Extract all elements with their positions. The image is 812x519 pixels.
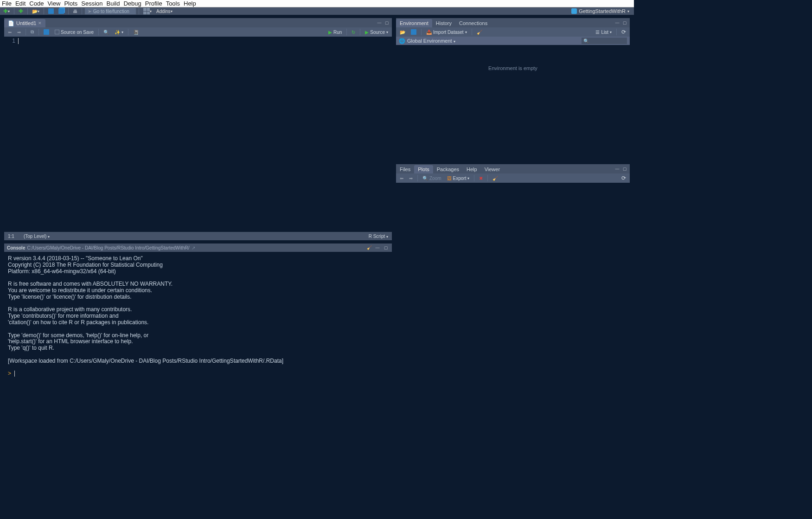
import-dataset-button[interactable]: 📥Import Dataset ▾ — [424, 28, 469, 36]
addins-button[interactable]: Addins ▾ — [155, 7, 174, 15]
print-button[interactable]: 🖶 — [71, 7, 79, 15]
menu-file[interactable]: File — [0, 0, 13, 7]
minimize-pane-icon[interactable]: — — [376, 20, 383, 25]
popout-icon: ⧉ — [31, 29, 34, 35]
scope-dropdown[interactable]: (Top Level) ▾ — [24, 234, 50, 239]
menu-code[interactable]: Code — [27, 0, 45, 7]
plots-pane: Files Plots Packages Help Viewer — ▢ ⬅ ➡… — [396, 164, 630, 404]
pane-layout-button[interactable]: ▾ — [142, 7, 153, 15]
run-button[interactable]: ▶Run — [326, 28, 344, 36]
env-tabbar: Environment History Connections — ▢ — [396, 18, 630, 27]
menu-view[interactable]: View — [45, 0, 62, 7]
console-path-arrow-icon[interactable]: ↗ — [192, 245, 195, 250]
minimize-pane-icon[interactable]: — — [374, 245, 381, 250]
tab-packages[interactable]: Packages — [433, 165, 463, 173]
clear-console-icon[interactable]: 🧹 — [366, 245, 372, 250]
save-icon — [48, 8, 54, 14]
save-button[interactable] — [47, 7, 55, 15]
menu-build[interactable]: Build — [105, 0, 122, 7]
env-body: Environment is empty — [396, 45, 630, 161]
tab-viewer[interactable]: Viewer — [481, 165, 504, 173]
menu-session[interactable]: Session — [79, 0, 104, 7]
clear-plots-button[interactable]: 🧹 — [491, 174, 500, 182]
separator-icon — [472, 29, 472, 35]
env-scope-dropdown[interactable]: Global Environment ▾ — [407, 38, 455, 44]
menu-tools[interactable]: Tools — [164, 0, 182, 7]
tab-files[interactable]: Files — [396, 165, 414, 173]
new-project-button[interactable]: ✚ — [17, 7, 25, 15]
source-button[interactable]: ▶Source ▾ — [363, 28, 390, 36]
go-to-file-function-input[interactable]: ➤Go to file/function — [85, 8, 136, 14]
search-icon: 🔍 — [583, 38, 589, 44]
save-workspace-button[interactable] — [409, 28, 418, 36]
source-on-save-checkbox[interactable]: Source on Save — [53, 28, 96, 36]
project-button[interactable]: GettingStartedWithR ▾ — [571, 8, 632, 14]
separator-icon — [44, 8, 44, 14]
load-workspace-button[interactable]: 📂 — [398, 28, 407, 36]
env-toolbar: 📂 📥Import Dataset ▾ 🧹 ☰ List ▾ ⟳ — [396, 27, 630, 37]
menu-debug[interactable]: Debug — [121, 0, 143, 7]
minimize-pane-icon[interactable]: — — [614, 20, 620, 25]
menu-profile[interactable]: Profile — [143, 0, 164, 7]
menu-plots[interactable]: Plots — [62, 0, 79, 7]
rerun-button[interactable]: ↻ — [350, 28, 357, 36]
separator-icon — [128, 29, 128, 35]
save-file-button[interactable] — [42, 28, 51, 36]
maximize-pane-icon[interactable]: ▢ — [621, 167, 628, 171]
file-type-dropdown[interactable]: R Script ▾ — [369, 234, 388, 239]
print-icon: 🖶 — [73, 9, 77, 14]
save-all-button[interactable] — [57, 7, 65, 15]
maximize-pane-icon[interactable]: ▢ — [621, 20, 628, 25]
separator-icon — [38, 29, 39, 35]
close-tab-icon[interactable]: ✕ — [38, 21, 42, 26]
open-file-button[interactable]: 📂▾ — [31, 7, 41, 15]
refresh-icon: ⟳ — [621, 175, 626, 181]
broom-icon: 🧹 — [477, 30, 482, 35]
broom-icon: 🧹 — [492, 176, 498, 181]
menu-edit[interactable]: Edit — [13, 0, 27, 7]
console-output[interactable]: R version 3.4.4 (2018-03-15) -- "Someone… — [4, 252, 392, 404]
code-tools-button[interactable]: ✨▾ — [113, 28, 125, 36]
code-editor[interactable]: 1 — [4, 37, 392, 232]
menu-help[interactable]: Help — [182, 0, 198, 7]
source-tab[interactable]: 📄 Untitled1 ✕ — [4, 19, 45, 27]
zoom-icon: 🔍 — [422, 176, 428, 181]
compile-report-button[interactable]: 📓 — [131, 28, 141, 36]
refresh-plots-button[interactable]: ⟳ — [620, 174, 628, 182]
line-gutter: 1 — [4, 37, 18, 232]
tab-plots[interactable]: Plots — [414, 165, 433, 173]
clear-env-button[interactable]: 🧹 — [475, 28, 484, 36]
environment-pane: Environment History Connections — ▢ 📂 📥I… — [396, 18, 630, 161]
rerun-icon: ↻ — [352, 30, 355, 35]
tab-history[interactable]: History — [432, 19, 455, 27]
plot-prev-button[interactable]: ⬅ — [398, 174, 405, 182]
find-replace-button[interactable]: 🔍 — [102, 28, 111, 36]
nav-back-button[interactable]: ⬅ — [6, 28, 13, 36]
view-list-button[interactable]: ☰ List ▾ — [594, 28, 614, 36]
zoom-button[interactable]: 🔍Zoom — [421, 174, 443, 182]
plot-next-button[interactable]: ➡ — [407, 174, 415, 182]
go-arrow-icon: ➤ — [88, 9, 91, 14]
nav-forward-button[interactable]: ➡ — [15, 28, 23, 36]
save-all-icon — [58, 8, 64, 14]
show-in-new-window-button[interactable]: ⧉ — [29, 28, 36, 36]
tab-help[interactable]: Help — [463, 165, 481, 173]
left-column: 📄 Untitled1 ✕ — ▢ ⬅ ➡ ⧉ Source on Save 🔍 — [4, 18, 392, 404]
list-icon: ☰ — [595, 30, 600, 35]
export-button[interactable]: 🖼Export ▾ — [445, 174, 472, 182]
refresh-env-button[interactable]: ⟳ — [620, 28, 628, 36]
cursor-icon — [14, 371, 15, 377]
maximize-pane-icon[interactable]: ▢ — [384, 20, 390, 25]
new-file-button[interactable]: ✚▾ — [2, 7, 11, 15]
remove-plot-button[interactable]: ✖ — [477, 174, 485, 182]
maximize-pane-icon[interactable]: ▢ — [383, 245, 389, 250]
separator-icon — [474, 175, 474, 181]
minimize-pane-icon[interactable]: — — [614, 167, 620, 171]
console-header: Console C:/Users/GMaly/OneDrive - DAI/Bl… — [4, 243, 392, 252]
tab-connections[interactable]: Connections — [455, 19, 491, 27]
search-icon: 🔍 — [103, 30, 109, 35]
env-search-input[interactable]: 🔍 — [582, 38, 627, 44]
env-scopebar: 🌐 Global Environment ▾ 🔍 — [396, 37, 630, 45]
tab-environment[interactable]: Environment — [396, 19, 432, 27]
separator-icon — [82, 8, 82, 14]
